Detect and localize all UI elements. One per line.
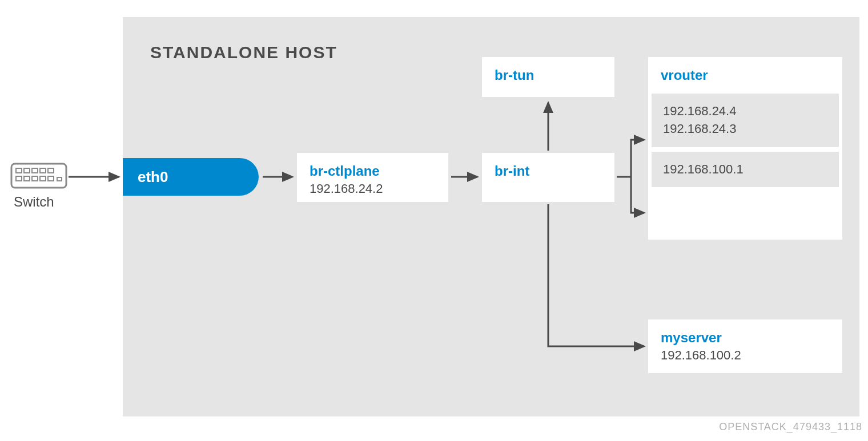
br-tun-title: br-tun [495,67,602,83]
svg-rect-1 [16,168,22,173]
vrouter-box: vrouter 192.168.24.4 192.168.24.3 192.16… [648,57,842,240]
vrouter-subnet-1: 192.168.24.4 192.168.24.3 [650,92,840,148]
eth0-block: eth0 [123,158,259,196]
svg-rect-5 [48,168,54,173]
br-ctlplane-box: br-ctlplane 192.168.24.2 [297,153,448,202]
eth0-label: eth0 [138,168,168,186]
svg-rect-9 [40,176,46,181]
svg-rect-6 [16,176,22,181]
myserver-title: myserver [661,330,830,346]
svg-rect-11 [57,177,62,181]
footer-text: OPENSTACK_479433_1118 [719,421,862,433]
vrouter-ip-2: 192.168.24.3 [663,120,827,138]
switch-label: Switch [14,194,54,210]
vrouter-ip-1: 192.168.24.4 [663,103,827,120]
svg-rect-8 [32,176,38,181]
svg-rect-3 [32,168,38,173]
svg-rect-7 [24,176,30,181]
svg-rect-4 [40,168,46,173]
br-tun-box: br-tun [482,57,614,97]
br-int-title: br-int [495,163,602,179]
myserver-box: myserver 192.168.100.2 [648,319,842,373]
switch-icon [10,163,67,191]
vrouter-subnet-2: 192.168.100.1 [650,151,840,189]
vrouter-ip-3: 192.168.100.1 [663,161,827,179]
svg-rect-10 [48,176,54,181]
svg-rect-2 [24,168,30,173]
vrouter-title: vrouter [661,67,830,83]
myserver-ip: 192.168.100.2 [661,348,830,363]
br-int-box: br-int [482,153,614,202]
br-ctlplane-title: br-ctlplane [310,163,436,179]
br-ctlplane-ip: 192.168.24.2 [310,181,436,196]
host-title: STANDALONE HOST [150,43,337,62]
